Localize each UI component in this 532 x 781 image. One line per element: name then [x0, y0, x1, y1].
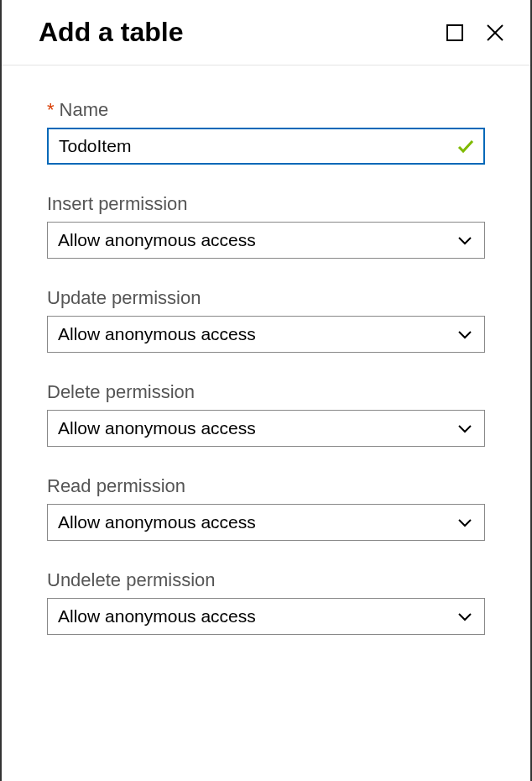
insert-permission-select[interactable]: Allow anonymous access [47, 222, 485, 259]
name-input[interactable] [49, 129, 456, 163]
undelete-permission-label: Undelete permission [47, 569, 485, 591]
dialog-content: *Name Insert permission Allow anonymous … [2, 66, 530, 635]
delete-permission-select[interactable]: Allow anonymous access [47, 410, 485, 447]
undelete-permission-group: Undelete permission Allow anonymous acce… [47, 569, 485, 635]
read-permission-select[interactable]: Allow anonymous access [47, 504, 485, 541]
dialog-header: Add a table [2, 0, 530, 66]
update-permission-label: Update permission [47, 287, 485, 309]
name-field-group: *Name [47, 99, 485, 165]
delete-permission-value: Allow anonymous access [48, 418, 457, 438]
read-permission-label: Read permission [47, 475, 485, 497]
delete-permission-group: Delete permission Allow anonymous access [47, 381, 485, 447]
update-permission-value: Allow anonymous access [48, 324, 457, 344]
chevron-down-icon [457, 423, 484, 433]
close-icon[interactable] [485, 23, 505, 43]
name-label-text: Name [60, 99, 109, 120]
dialog-title: Add a table [39, 17, 183, 48]
required-marker: * [47, 99, 55, 120]
read-permission-group: Read permission Allow anonymous access [47, 475, 485, 541]
undelete-permission-select[interactable]: Allow anonymous access [47, 598, 485, 635]
name-input-wrapper[interactable] [47, 128, 485, 165]
insert-permission-group: Insert permission Allow anonymous access [47, 193, 485, 259]
update-permission-group: Update permission Allow anonymous access [47, 287, 485, 353]
delete-permission-label: Delete permission [47, 381, 485, 403]
maximize-icon[interactable] [445, 23, 465, 43]
chevron-down-icon [457, 517, 484, 527]
undelete-permission-value: Allow anonymous access [48, 606, 457, 626]
checkmark-icon [456, 137, 483, 155]
chevron-down-icon [457, 235, 484, 245]
name-label: *Name [47, 99, 485, 121]
header-actions [445, 23, 505, 43]
chevron-down-icon [457, 329, 484, 339]
insert-permission-value: Allow anonymous access [48, 230, 457, 250]
read-permission-value: Allow anonymous access [48, 512, 457, 532]
update-permission-select[interactable]: Allow anonymous access [47, 316, 485, 353]
svg-rect-0 [447, 25, 462, 40]
insert-permission-label: Insert permission [47, 193, 485, 215]
chevron-down-icon [457, 611, 484, 621]
